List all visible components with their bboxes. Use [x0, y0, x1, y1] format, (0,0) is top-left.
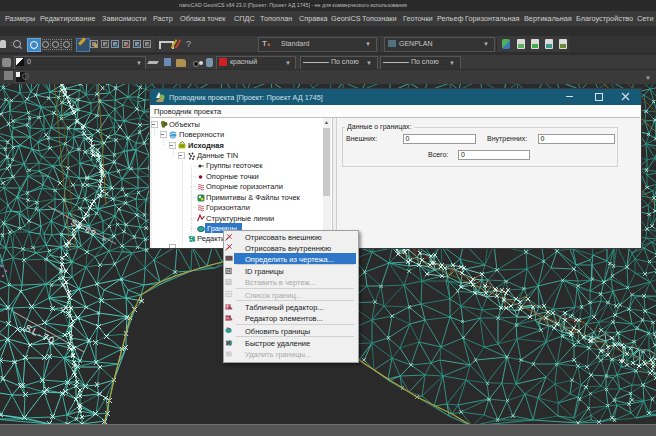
svg-text:ID: ID — [226, 269, 231, 274]
